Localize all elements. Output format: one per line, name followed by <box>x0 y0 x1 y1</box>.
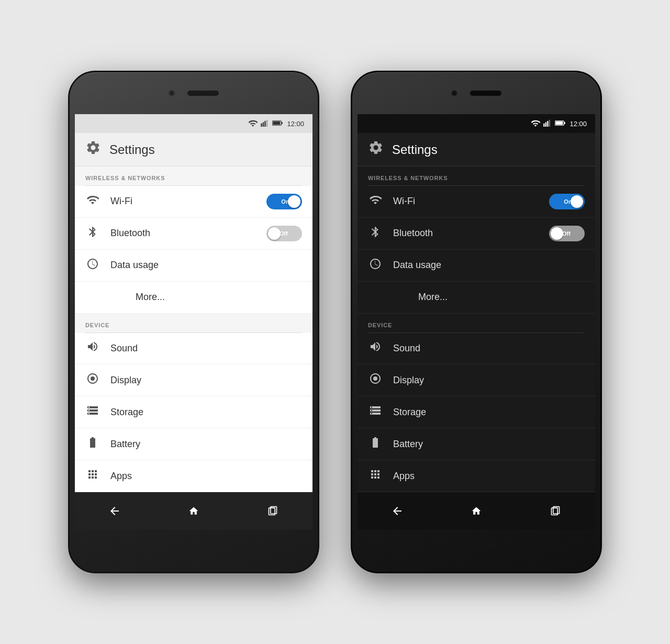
bluetooth-toggle[interactable]: Off <box>549 226 585 241</box>
settings-item-sound[interactable]: Sound <box>358 333 595 365</box>
settings-item-apps[interactable]: Apps <box>358 460 595 492</box>
settings-item-data-usage[interactable]: Data usage <box>75 250 312 282</box>
time-display: 12:00 <box>287 120 304 128</box>
settings-item-bluetooth[interactable]: Bluetooth Off <box>75 218 312 250</box>
section-header-device: DEVICE <box>75 314 312 332</box>
apps-icon <box>368 468 383 484</box>
storage-label: Storage <box>110 407 302 418</box>
svg-rect-6 <box>273 121 281 125</box>
nav-back-button[interactable] <box>102 498 127 524</box>
svg-rect-0 <box>261 123 262 126</box>
data-usage-icon <box>368 258 383 273</box>
signal-status-icon <box>261 119 269 128</box>
phone-bottom <box>70 530 318 572</box>
display-icon <box>368 372 383 388</box>
settings-item-wifi[interactable]: Wi-Fi On <box>358 186 595 218</box>
phone-light: 12:00 Settings WIRELESS & NETWORKS Wi-Fi… <box>68 71 319 573</box>
settings-item-wifi[interactable]: Wi-Fi On <box>75 186 312 218</box>
wifi-status-icon <box>248 119 258 128</box>
settings-gear-icon <box>368 140 384 159</box>
wifi-status-icon <box>531 119 540 128</box>
speaker <box>187 91 219 96</box>
settings-item-data-usage[interactable]: Data usage <box>358 250 595 282</box>
svg-rect-13 <box>549 119 550 126</box>
page-container: 12:00 Settings WIRELESS & NETWORKS Wi-Fi… <box>0 50 670 594</box>
status-icons: 12:00 <box>531 119 587 128</box>
svg-rect-12 <box>548 121 549 127</box>
display-icon <box>85 372 100 388</box>
storage-icon <box>85 404 100 420</box>
bluetooth-toggle[interactable]: Off <box>266 226 302 241</box>
nav-home-button[interactable] <box>181 498 206 524</box>
sound-label: Sound <box>393 343 585 354</box>
battery-icon <box>368 436 383 452</box>
settings-item-display[interactable]: Display <box>75 364 312 396</box>
nav-recent-button[interactable] <box>543 498 568 524</box>
sound-icon <box>85 340 100 356</box>
settings-item-battery[interactable]: Battery <box>358 428 595 460</box>
wifi-label: Wi-Fi <box>110 196 256 207</box>
bluetooth-toggle-knob <box>268 227 281 240</box>
battery-label: Battery <box>110 439 302 450</box>
battery-icon <box>85 436 100 452</box>
svg-rect-11 <box>545 122 546 127</box>
settings-item-apps[interactable]: Apps <box>75 460 312 492</box>
settings-item-storage[interactable]: Storage <box>358 396 595 428</box>
display-label: Display <box>110 375 302 386</box>
phone-bottom <box>352 530 600 572</box>
settings-item-bluetooth[interactable]: Bluetooth Off <box>358 218 595 250</box>
wifi-icon <box>85 194 100 209</box>
section-header-device: DEVICE <box>358 314 595 332</box>
data-usage-label: Data usage <box>393 260 585 271</box>
svg-rect-5 <box>282 122 283 124</box>
svg-rect-2 <box>265 121 266 127</box>
wifi-toggle[interactable]: On <box>549 194 585 209</box>
status-icons: 12:00 <box>248 119 304 128</box>
signal-status-icon <box>543 119 552 128</box>
settings-item-sound[interactable]: Sound <box>75 333 312 365</box>
battery-status-icon <box>555 119 565 128</box>
wifi-toggle-knob <box>288 195 300 208</box>
bluetooth-icon <box>85 226 100 241</box>
bluetooth-icon <box>368 226 383 241</box>
settings-item-more[interactable]: More... <box>75 282 312 314</box>
settings-gear-icon <box>85 140 101 159</box>
svg-point-17 <box>373 376 377 381</box>
svg-rect-10 <box>544 123 545 126</box>
phone-screen: 12:00 Settings WIRELESS & NETWORKS Wi-Fi… <box>75 114 312 530</box>
wifi-icon <box>368 194 383 209</box>
more-label: More... <box>110 292 302 303</box>
status-bar: 12:00 <box>75 114 312 133</box>
apps-label: Apps <box>393 471 585 482</box>
settings-content: WIRELESS & NETWORKS Wi-Fi On Bluetooth <box>358 166 595 492</box>
wifi-toggle[interactable]: On <box>266 194 302 209</box>
sound-icon <box>368 340 383 356</box>
time-display: 12:00 <box>570 120 587 128</box>
bluetooth-label: Bluetooth <box>110 228 256 239</box>
settings-title: Settings <box>109 142 155 157</box>
svg-rect-1 <box>263 122 264 127</box>
storage-label: Storage <box>393 407 585 418</box>
data-usage-icon <box>85 258 100 273</box>
wifi-label: Wi-Fi <box>393 196 539 207</box>
settings-item-more[interactable]: More... <box>358 282 595 314</box>
status-bar: 12:00 <box>358 114 595 133</box>
nav-bar <box>358 492 595 530</box>
settings-title: Settings <box>392 142 438 157</box>
settings-item-storage[interactable]: Storage <box>75 396 312 428</box>
wifi-toggle-knob <box>571 195 583 208</box>
nav-recent-button[interactable] <box>260 498 285 524</box>
nav-back-button[interactable] <box>385 498 410 524</box>
section-header-wireless: WIRELESS & NETWORKS <box>75 166 312 185</box>
settings-item-battery[interactable]: Battery <box>75 428 312 460</box>
battery-status-icon <box>272 119 283 128</box>
nav-home-button[interactable] <box>464 498 489 524</box>
display-label: Display <box>393 375 585 386</box>
nav-bar <box>75 492 312 530</box>
phone-top-bar <box>70 72 318 114</box>
svg-rect-3 <box>266 119 267 126</box>
storage-icon <box>368 404 383 420</box>
settings-item-display[interactable]: Display <box>358 364 595 396</box>
camera <box>451 90 457 96</box>
camera <box>169 90 175 96</box>
